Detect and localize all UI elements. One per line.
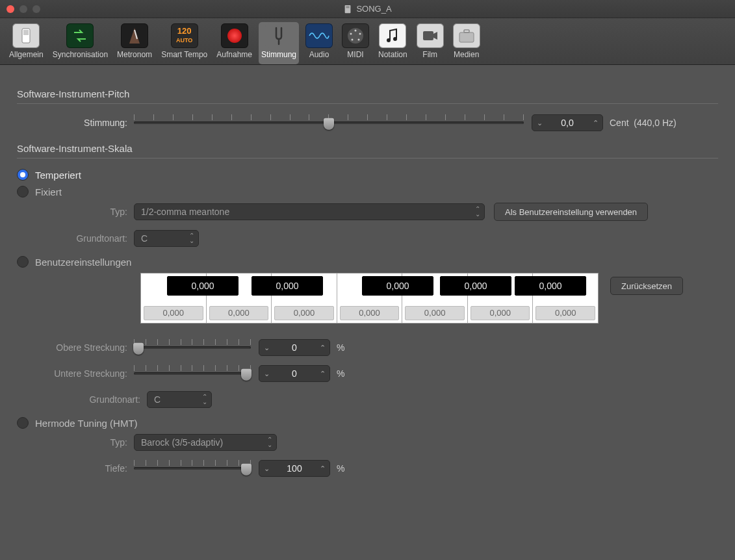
minimize-button[interactable] xyxy=(19,5,27,13)
briefcase-icon xyxy=(458,28,476,44)
waveform-icon xyxy=(308,29,330,42)
tune-slider[interactable] xyxy=(134,114,524,131)
tab-midi[interactable]: MIDI xyxy=(339,22,372,64)
tab-film[interactable]: Film xyxy=(414,22,446,64)
tab-audio[interactable]: Audio xyxy=(303,22,335,64)
keyboard-tuning[interactable]: 0,000 0,000 0,000 0,000 0,000 0,000 0,00… xyxy=(140,273,599,324)
chevron-updown-icon: ⌃⌄ xyxy=(202,394,207,405)
tune-label: Stimmung: xyxy=(17,118,134,128)
tab-allgemein[interactable]: Allgemein xyxy=(6,22,46,64)
upper-stretch-stepper[interactable]: ⌄ 0 ⌃ xyxy=(259,339,330,356)
metronome-icon xyxy=(127,26,142,45)
chevron-updown-icon: ⌃⌄ xyxy=(267,437,272,448)
upper-stretch-label: Obere Streckung: xyxy=(17,342,134,353)
tab-smart-tempo[interactable]: 120AUTO Smart Tempo xyxy=(159,22,210,64)
svg-rect-1 xyxy=(346,6,349,6)
type-label: Typ: xyxy=(17,207,134,217)
section-scale: Software-Instrument-Skala xyxy=(17,143,718,154)
type-select[interactable]: 1/2-comma meantone⌃⌄ xyxy=(134,203,485,220)
chevron-updown-icon: ⌃⌄ xyxy=(475,207,480,217)
root-select[interactable]: C⌃⌄ xyxy=(134,230,199,247)
reset-button[interactable]: Zurücksetzen xyxy=(610,277,683,295)
stepper-down-icon[interactable]: ⌄ xyxy=(532,119,547,127)
hmt-type-select[interactable]: Barock (3/5-adaptiv)⌃⌄ xyxy=(134,434,277,451)
tab-notation[interactable]: Notation xyxy=(376,22,410,64)
lower-stretch-stepper[interactable]: ⌄ 0 ⌃ xyxy=(259,365,330,382)
svg-point-8 xyxy=(350,33,352,35)
radio-fixed[interactable]: Fixiert xyxy=(17,186,718,197)
chevron-updown-icon: ⌃⌄ xyxy=(189,233,194,244)
notes-icon xyxy=(385,27,400,45)
stepper-down-icon[interactable]: ⌄ xyxy=(259,465,274,473)
sync-icon xyxy=(70,27,90,44)
svg-point-9 xyxy=(359,33,361,35)
lower-stretch-label: Untere Streckung: xyxy=(17,368,134,379)
tab-metronom[interactable]: Metronom xyxy=(114,22,155,64)
svg-point-13 xyxy=(393,37,397,41)
svg-rect-15 xyxy=(459,32,474,42)
tab-medien[interactable]: Medien xyxy=(450,22,483,64)
switch-icon xyxy=(19,27,32,44)
hmt-depth-label: Tiefe: xyxy=(17,463,134,474)
svg-point-11 xyxy=(358,39,360,41)
midi-icon xyxy=(346,27,365,45)
tune-unit: Cent (440,0 Hz) xyxy=(610,118,677,128)
root-label: Grundtonart: xyxy=(17,233,134,244)
content: Software-Instrument-Pitch Stimmung: ⌄ 0,… xyxy=(0,65,735,498)
root2-select[interactable]: C⌃⌄ xyxy=(147,391,212,408)
close-button[interactable] xyxy=(6,5,14,13)
use-as-default-button[interactable]: Als Benutzereinstellung verwenden xyxy=(494,203,648,221)
document-icon xyxy=(343,5,352,14)
lower-stretch-slider[interactable] xyxy=(134,365,251,382)
window-title: SONG_A xyxy=(343,4,391,14)
stepper-down-icon[interactable]: ⌄ xyxy=(259,370,274,378)
section-pitch: Software-Instrument-Pitch xyxy=(17,88,718,99)
window-controls xyxy=(6,5,40,13)
radio-tempered[interactable]: Temperiert xyxy=(17,169,718,181)
svg-rect-14 xyxy=(423,31,433,40)
tune-stepper[interactable]: ⌄ 0,0 ⌃ xyxy=(532,114,603,131)
stepper-up-icon[interactable]: ⌃ xyxy=(315,344,329,352)
camera-icon xyxy=(421,29,439,43)
tab-stimmung[interactable]: Stimmung xyxy=(259,22,299,64)
stepper-up-icon[interactable]: ⌃ xyxy=(315,465,329,473)
svg-rect-2 xyxy=(346,7,349,8)
radio-user-settings[interactable]: Benutzereinstellungen xyxy=(17,256,718,268)
svg-rect-16 xyxy=(464,30,469,32)
toolbar: Allgemein Synchronisation Metronom 120AU… xyxy=(0,18,735,65)
hmt-depth-slider[interactable] xyxy=(134,460,251,477)
tuning-fork-icon xyxy=(270,26,287,45)
hmt-type-label: Typ: xyxy=(17,437,134,448)
svg-point-12 xyxy=(387,38,391,42)
titlebar: SONG_A xyxy=(0,0,735,18)
svg-point-10 xyxy=(352,39,354,41)
stepper-up-icon[interactable]: ⌃ xyxy=(588,119,602,127)
zoom-button[interactable] xyxy=(32,5,40,13)
tab-synchronisation[interactable]: Synchronisation xyxy=(50,22,110,64)
radio-hmt[interactable]: Hermode Tuning (HMT) xyxy=(17,417,718,429)
root2-label: Grundtonart: xyxy=(17,394,147,405)
upper-stretch-slider[interactable] xyxy=(134,339,251,356)
svg-rect-4 xyxy=(23,30,29,35)
tab-aufnahme[interactable]: Aufnahme xyxy=(214,22,255,64)
stepper-up-icon[interactable]: ⌃ xyxy=(315,370,329,378)
record-icon xyxy=(227,29,242,43)
hmt-depth-stepper[interactable]: ⌄ 100 ⌃ xyxy=(259,460,330,477)
stepper-down-icon[interactable]: ⌄ xyxy=(259,344,274,352)
svg-point-7 xyxy=(355,30,357,32)
